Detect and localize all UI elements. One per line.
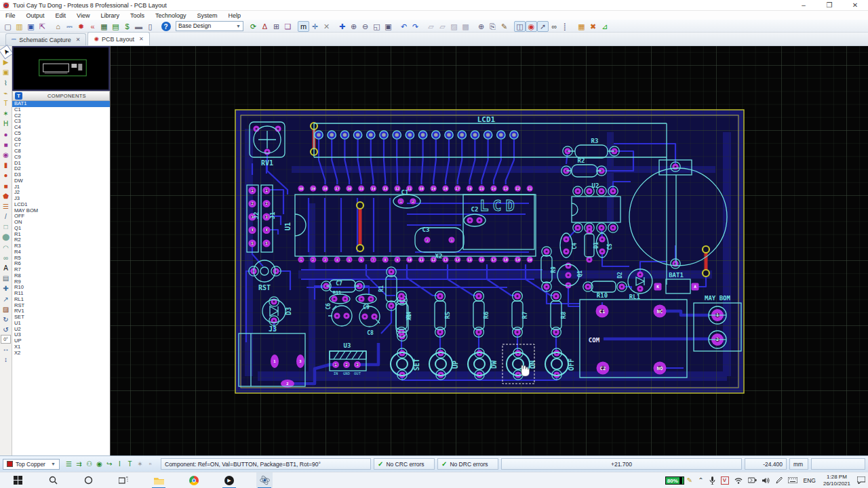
undo-icon[interactable]: ↶ xyxy=(398,21,410,32)
circle-mode-icon[interactable]: ⬤ xyxy=(1,232,12,242)
design-combo[interactable]: Base Design ▼ xyxy=(176,21,243,31)
component-list-item[interactable]: OFF xyxy=(12,214,110,220)
line-mode-icon[interactable]: / xyxy=(1,211,12,222)
padstack-mode-icon[interactable]: ☰ xyxy=(1,201,12,211)
component-list-item[interactable]: C4 xyxy=(12,125,110,131)
touch-keyboard-icon[interactable] xyxy=(788,477,797,483)
chrome-button[interactable] xyxy=(186,472,202,488)
menu-file[interactable]: File xyxy=(0,12,21,19)
component-list-item[interactable]: J2 xyxy=(12,190,110,196)
component-list-item[interactable]: C8 xyxy=(12,148,110,155)
component-list-item[interactable]: R2 xyxy=(12,237,110,243)
toggle-c-icon[interactable]: ➚ xyxy=(537,21,549,32)
component-list-item[interactable]: MAY BOM xyxy=(12,208,110,214)
component-list-item[interactable]: RL1 xyxy=(12,297,110,303)
pin-numbers-icon[interactable]: ⡇ xyxy=(560,21,572,32)
layers-icon[interactable]: ❏ xyxy=(282,21,294,32)
status-star-icon[interactable]: ✶ xyxy=(135,459,145,469)
route-mode-icon[interactable]: ⌇ xyxy=(1,78,12,88)
bom-report-icon[interactable]: ▦ xyxy=(576,21,587,32)
component-list-item[interactable]: C1 xyxy=(12,107,110,113)
refresh-icon[interactable]: ⟳ xyxy=(248,21,259,32)
menu-tools[interactable]: Tools xyxy=(125,12,150,19)
smd-poly-mode-icon[interactable]: ⬟ xyxy=(1,191,12,201)
microphone-icon[interactable] xyxy=(709,476,715,485)
view-3d-icon[interactable]: ▦ xyxy=(98,21,110,32)
bill-icon[interactable]: $ xyxy=(121,21,133,32)
pcb-icon[interactable]: ✹ xyxy=(75,21,87,32)
file-explorer-button[interactable] xyxy=(151,472,167,488)
component-list-item[interactable]: C5 xyxy=(12,131,110,137)
component-list-item[interactable]: R11 xyxy=(12,291,110,297)
component-list-item[interactable]: R4 xyxy=(12,249,110,256)
zone-mode-icon[interactable]: ▨ xyxy=(1,304,12,314)
tray-expand-icon[interactable]: ⌃ xyxy=(698,476,703,484)
pan-icon[interactable]: ✚ xyxy=(336,21,348,32)
stylus-icon[interactable] xyxy=(776,476,783,484)
component-list-item[interactable]: RV1 xyxy=(12,308,110,314)
status-layers-icon[interactable]: ☰ xyxy=(64,459,74,469)
menu-output[interactable]: Output xyxy=(21,12,50,19)
language-indicator[interactable]: ENG xyxy=(804,477,816,484)
zoom-area-icon[interactable]: ◱ xyxy=(371,21,382,32)
block-rotate-icon[interactable]: ▨ xyxy=(448,21,460,32)
via-mode-icon[interactable]: H xyxy=(1,119,12,129)
zoom-in-icon[interactable]: ⊕ xyxy=(348,21,359,32)
redo-icon[interactable]: ↷ xyxy=(410,21,421,32)
close-icon[interactable]: ✕ xyxy=(76,37,81,43)
component-list-item[interactable]: R3 xyxy=(12,243,110,249)
menu-system[interactable]: System xyxy=(192,12,223,19)
graph-icon[interactable]: ⊿ xyxy=(599,21,610,32)
component-list-item[interactable]: R10 xyxy=(12,285,110,291)
assign-icon[interactable]: Δ xyxy=(259,21,271,32)
smd-circle-mode-icon[interactable]: ● xyxy=(1,170,12,180)
help-icon[interactable]: ? xyxy=(160,21,172,32)
status-tee-icon[interactable]: I xyxy=(115,459,125,469)
media-player-button[interactable]: ▶ xyxy=(221,472,237,488)
component-list-item[interactable]: C6 xyxy=(12,137,110,143)
save-icon[interactable]: ▣ xyxy=(25,21,37,32)
tab-pcb-layout[interactable]: ✺ PCB Layout ✕ xyxy=(87,32,149,45)
toggle-icon[interactable]: T xyxy=(15,92,22,100)
component-list-item[interactable]: BAT1 xyxy=(12,101,110,107)
text-mode-icon[interactable]: A xyxy=(1,263,12,273)
component-list-item[interactable]: R5 xyxy=(12,256,110,262)
toggle-b-icon[interactable]: ◉ xyxy=(526,21,537,32)
component-list-item[interactable]: SET xyxy=(12,314,110,321)
component-list-item[interactable]: D2 xyxy=(12,166,110,172)
arc-mode-icon[interactable]: ◠ xyxy=(1,243,12,253)
pcb-canvas[interactable]: 4013923833743653563473383293110301129122… xyxy=(111,46,868,455)
menu-edit[interactable]: Edit xyxy=(50,12,72,19)
flip-v-mode-icon[interactable]: ↕ xyxy=(1,354,12,364)
pad-dil-mode-icon[interactable]: ◉ xyxy=(1,150,12,160)
cortana-button[interactable] xyxy=(80,472,96,488)
power-plug-icon[interactable] xyxy=(748,477,757,483)
pad-square-mode-icon[interactable]: ■ xyxy=(1,140,12,150)
block-move-icon[interactable]: ▱ xyxy=(437,21,448,32)
back-icon[interactable]: « xyxy=(87,21,98,32)
component-list-item[interactable]: R6 xyxy=(12,261,110,267)
new-file-icon[interactable]: ▢ xyxy=(2,21,14,32)
origin-icon[interactable]: ✛ xyxy=(309,21,321,32)
menu-technology[interactable]: Technology xyxy=(150,12,192,19)
task-view-button[interactable] xyxy=(115,472,132,488)
flip-h-mode-icon[interactable]: ↔ xyxy=(1,344,12,354)
close-icon[interactable]: ✕ xyxy=(139,36,144,42)
marker-mode-icon[interactable]: ✚ xyxy=(1,283,12,293)
layer-selector[interactable]: Top Copper ▼ xyxy=(3,459,60,470)
ratsnest-mode-icon[interactable]: ⌁ xyxy=(1,88,12,98)
box-mode-icon[interactable]: □ xyxy=(1,222,12,232)
tab-schematic-capture[interactable]: ⎓ Schematic Capture ✕ xyxy=(5,33,86,45)
volume-icon[interactable] xyxy=(762,477,770,484)
component-list-item[interactable]: Q1 xyxy=(12,226,110,232)
toggle-a-icon[interactable]: ◫ xyxy=(514,21,526,32)
status-dots-icon[interactable]: ⚇ xyxy=(84,459,94,469)
component-list-item[interactable]: DW xyxy=(12,178,110,184)
status-text-icon[interactable]: T xyxy=(125,459,135,469)
import-icon[interactable]: ⇱ xyxy=(37,21,48,32)
pad-edge-mode-icon[interactable]: ▮ xyxy=(1,160,12,170)
menu-help[interactable]: Help xyxy=(223,12,247,19)
component-list-item[interactable]: R8 xyxy=(12,273,110,279)
status-deg-icon[interactable]: ⁿ xyxy=(145,459,155,469)
xcursor-icon[interactable]: ✕ xyxy=(321,21,332,32)
